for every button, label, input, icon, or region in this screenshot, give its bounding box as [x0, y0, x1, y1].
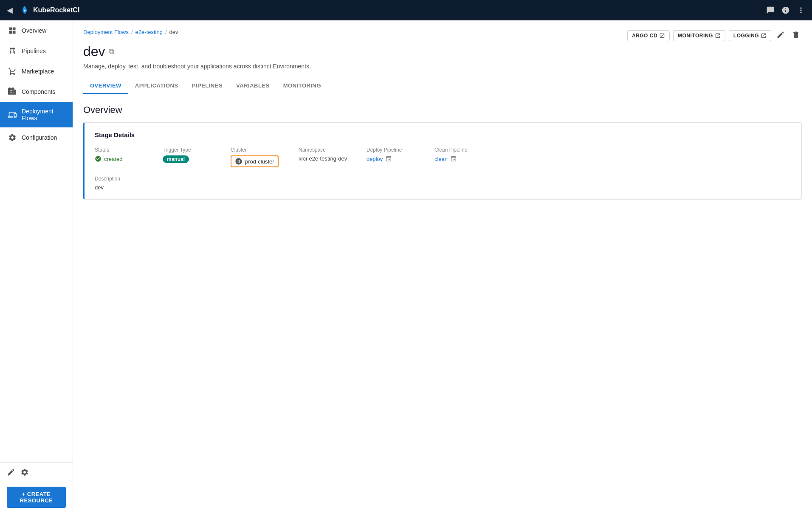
- edit-button[interactable]: [775, 29, 787, 42]
- tab-overview[interactable]: OVERVIEW: [83, 78, 128, 94]
- namespace-field: Namespace krci-e2e-testing-dev: [299, 147, 350, 167]
- breadcrumb: Deployment Flows / e2e-testing / dev: [83, 29, 178, 35]
- namespace-value: krci-e2e-testing-dev: [299, 155, 350, 162]
- edit-bottom-icon[interactable]: [7, 468, 15, 476]
- sidebar-item-label: Pipelines: [22, 48, 46, 54]
- page-title: dev: [83, 44, 105, 59]
- sidebar-bottom: [0, 462, 73, 482]
- cluster-label: Cluster: [231, 147, 282, 153]
- deploy-pipeline-field: Deploy Pipeline deploy: [367, 147, 417, 167]
- clean-pipeline-field: Clean Pipeline clean: [434, 147, 485, 167]
- description-value: dev: [95, 184, 791, 191]
- external-link-icon-2: [715, 33, 721, 39]
- status-value: created: [95, 155, 146, 162]
- external-link-icon-3: [761, 33, 767, 39]
- manual-badge: manual: [163, 155, 189, 163]
- tabs: OVERVIEW APPLICATIONS PIPELINES VARIABLE…: [83, 78, 802, 94]
- overview-icon: [8, 26, 17, 35]
- page-description: Manage, deploy, test, and troubleshoot y…: [83, 63, 802, 70]
- deployment-flows-icon: [8, 110, 17, 119]
- sidebar-item-deployment-flows[interactable]: Deployment Flows: [0, 102, 73, 127]
- breadcrumb-deployment-flows[interactable]: Deployment Flows: [83, 29, 129, 35]
- tab-monitoring[interactable]: MONITORING: [276, 78, 328, 94]
- trigger-type-value: manual: [163, 155, 214, 163]
- sidebar-item-label: Overview: [22, 27, 46, 34]
- rocket-icon: [20, 5, 30, 15]
- topnav-actions: [766, 6, 805, 14]
- topnav: ◀ KubeRocketCI: [0, 0, 812, 20]
- delete-button[interactable]: [790, 29, 802, 42]
- cluster-badge[interactable]: prod-cluster: [231, 155, 279, 167]
- argo-cd-button[interactable]: ARGO CD: [627, 30, 670, 41]
- namespace-label: Namespace: [299, 147, 350, 153]
- sidebar-item-overview[interactable]: Overview: [0, 20, 73, 41]
- clean-pipeline-icon[interactable]: [450, 155, 457, 162]
- deploy-pipeline-value: deploy: [367, 155, 417, 162]
- clean-pipeline-link[interactable]: clean: [434, 156, 448, 162]
- logging-button[interactable]: LOGGING: [729, 30, 771, 41]
- breadcrumb-sep-1: /: [131, 29, 133, 35]
- breadcrumb-dev: dev: [169, 29, 178, 35]
- tab-applications[interactable]: APPLICATIONS: [128, 78, 185, 94]
- sidebar-item-label: Components: [22, 88, 55, 95]
- stage-fields: Status created Trigger Type manual: [95, 147, 791, 167]
- tab-pipelines[interactable]: PIPELINES: [185, 78, 229, 94]
- overview-section: Overview Stage Details Status created: [83, 104, 802, 200]
- status-field: Status created: [95, 147, 146, 167]
- monitoring-button[interactable]: MONITORING: [673, 30, 725, 41]
- create-resource-button[interactable]: + CREATE RESOURCE: [7, 487, 66, 508]
- sidebar-item-configuration[interactable]: Configuration: [0, 127, 73, 148]
- cluster-value: prod-cluster: [231, 155, 282, 167]
- deploy-pipeline-label: Deploy Pipeline: [367, 147, 417, 153]
- deploy-pipeline-link[interactable]: deploy: [367, 156, 383, 162]
- sidebar-item-label: Configuration: [22, 134, 57, 141]
- sidebar-item-label: Deployment Flows: [22, 108, 66, 121]
- breadcrumb-e2e-testing[interactable]: e2e-testing: [135, 29, 163, 35]
- stage-details-card: Stage Details Status created: [83, 122, 802, 200]
- info-icon[interactable]: [781, 6, 790, 14]
- status-label: Status: [95, 147, 146, 153]
- settings-bottom-icon[interactable]: [20, 468, 29, 476]
- description-field: Description dev: [95, 176, 791, 191]
- chat-icon[interactable]: [766, 6, 775, 14]
- app-name: KubeRocketCI: [33, 6, 79, 14]
- stage-card-title: Stage Details: [95, 131, 791, 138]
- description-label: Description: [95, 176, 791, 182]
- sidebar-item-marketplace[interactable]: Marketplace: [0, 61, 73, 82]
- more-vert-icon[interactable]: [797, 6, 805, 14]
- breadcrumb-sep-2: /: [165, 29, 167, 35]
- sidebar-item-components[interactable]: Components: [0, 82, 73, 102]
- sidebar-collapse-button[interactable]: ◀: [7, 6, 13, 15]
- trigger-type-field: Trigger Type manual: [163, 147, 214, 167]
- sidebar-item-label: Marketplace: [22, 68, 54, 75]
- marketplace-icon: [8, 67, 17, 76]
- trigger-type-label: Trigger Type: [163, 147, 214, 153]
- page-header-actions: ARGO CD MONITORING LOGGING: [627, 29, 802, 42]
- configuration-icon: [8, 133, 17, 142]
- check-circle-icon: [95, 155, 102, 162]
- tab-variables[interactable]: VARIABLES: [229, 78, 276, 94]
- copy-icon[interactable]: ⧉: [109, 47, 114, 56]
- components-icon: [8, 87, 17, 96]
- section-title: Overview: [83, 104, 802, 116]
- clean-pipeline-label: Clean Pipeline: [434, 147, 485, 153]
- deploy-pipeline-icon[interactable]: [385, 155, 392, 162]
- edit-icon: [776, 31, 785, 39]
- sidebar: Overview Pipelines Marketplace Component…: [0, 20, 73, 513]
- svg-point-0: [24, 10, 25, 11]
- pipelines-icon: [8, 47, 17, 55]
- cluster-field: Cluster prod-cluster: [231, 147, 282, 167]
- app-logo: KubeRocketCI: [20, 5, 766, 15]
- cluster-icon: [235, 158, 242, 165]
- main-content: Deployment Flows / e2e-testing / dev ARG…: [73, 20, 812, 513]
- clean-pipeline-value: clean: [434, 155, 485, 162]
- delete-icon: [792, 31, 800, 39]
- external-link-icon: [659, 33, 665, 39]
- sidebar-item-pipelines[interactable]: Pipelines: [0, 41, 73, 61]
